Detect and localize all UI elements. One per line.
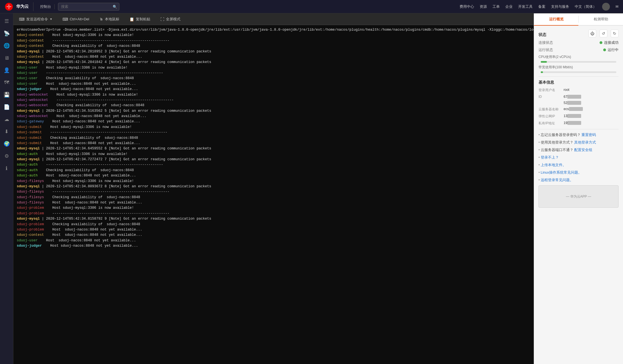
sidebar-cloud-icon[interactable]: ☁ [1, 114, 12, 125]
id-key: ID [539, 95, 564, 99]
mail-icon[interactable]: ✉ [615, 4, 619, 9]
terminal-line: sduoj-user Host sduoj-nacos:8848 not yet… [17, 238, 530, 243]
terminal-message: | 2020-12-14T05:42:34.8093672 8 [Note] G… [40, 184, 211, 189]
id-blurred [567, 95, 581, 99]
cpu-label: CPU使用率(2 vCPUs) [539, 55, 571, 59]
terminal-line: sduoj-submit Checking availability of sd… [17, 135, 530, 141]
action-icons: ⏻ ↺ ↻ [588, 30, 619, 37]
terminal-line: sduoj-submit ---------------------------… [17, 130, 530, 135]
remote-login-faq-link[interactable]: 远程登录常见问题。 [541, 178, 573, 182]
local-mouse-label: 本地鼠标 [105, 17, 119, 22]
sidebar-map-icon[interactable]: 🗺 [1, 77, 12, 88]
cloud-name-row: 云服务器名称 ecs [539, 107, 619, 112]
terminal-content[interactable]: erHostnameOverIp=true -Dnacos.member.lis… [13, 25, 534, 364]
nav-support[interactable]: 支持与服务 [551, 4, 569, 9]
other-login-link[interactable]: 其他登录方式 [574, 140, 596, 144]
sidebar-down-icon[interactable]: ⬇ [1, 126, 12, 137]
sidebar-menu-icon[interactable]: ☰ [1, 16, 12, 27]
running-value: 运行中 [603, 47, 619, 52]
sidebar-network-icon[interactable]: 🌐 [1, 40, 12, 51]
private-ip-blurred [567, 121, 581, 125]
terminal-message: Host sduoj-mysql:3306 is now available! [38, 65, 128, 71]
brand-logo[interactable]: 华为云 [4, 2, 33, 11]
terminal-message: ----------------------------------------… [38, 162, 163, 168]
terminal-line: sduoj-websocket Host sduoj-nacos:8848 no… [17, 114, 530, 119]
terminal-message: ----------------------------------------… [42, 130, 167, 135]
terminal-prefix: sduoj-submit [17, 125, 42, 130]
dropdown-arrow-icon: ▼ [50, 18, 52, 21]
reset-password-link[interactable]: 重置密码 [581, 133, 596, 137]
nav-icp[interactable]: 备案 [538, 4, 545, 9]
terminal-message: ----------------------------------------… [44, 38, 170, 43]
user-avatar[interactable] [602, 3, 610, 11]
nav-ticket[interactable]: 工单 [492, 4, 500, 9]
terminal-line: sduoj-submit Host sduoj-nacos:8848 not y… [17, 141, 530, 146]
sidebar-users-icon[interactable]: 👤 [1, 65, 12, 76]
terminal-prefix: sduoj-mysql [17, 108, 40, 114]
terminal-message: Host sduoj-mysql:3306 is now available! [42, 125, 132, 130]
sidebar-globe-icon[interactable]: 🌍 [1, 138, 12, 149]
status-section-title: 状态 [539, 32, 546, 37]
help-links: 忘记云服务器登录密码？ 重置密码 使用其他登录方式？ 其他登录方式 云服务器端口… [539, 133, 619, 183]
nav-resource[interactable]: 资源 [480, 4, 487, 9]
terminal-prefix: sduoj-auth [17, 162, 38, 168]
sidebar-settings-icon[interactable]: ⚙ [1, 151, 12, 162]
terminal-message: Host sduoj-nacos:8848 not yet available.… [42, 243, 138, 249]
terminal-line: sduoj-problem Checking availability of s… [17, 222, 530, 227]
local-mouse-btn[interactable]: 🖱 本地鼠标 [97, 16, 122, 23]
mouse-icon: 🖱 [99, 17, 103, 21]
upload-file-link[interactable]: 上传本地文件。 [541, 163, 566, 167]
terminal-message: Host sduoj-nacos:8848 not yet available.… [38, 81, 136, 87]
nav-lang[interactable]: 中文（简体） [575, 4, 597, 9]
refresh-icon[interactable]: ↺ [600, 30, 607, 37]
nav-fee[interactable]: 费用中心 [460, 4, 474, 9]
terminal-prefix: sduoj-gateway [17, 119, 44, 124]
reload-icon[interactable]: ↻ [611, 30, 619, 37]
bandwidth-bar [541, 71, 543, 73]
terminal-line: sduoj-mysql | 2020-12-14T05:42:34.727247… [17, 157, 530, 162]
terminal-prefix: sduoj-contest [17, 38, 44, 43]
terminal-prefix: sduoj-problem [17, 211, 44, 216]
huawei-icon [4, 2, 13, 11]
sidebar-server-icon[interactable]: 🖥 [1, 52, 12, 64]
terminal-prefix: sduoj-user [17, 65, 38, 71]
terminal-message: Checking availability of sduoj-nacos:884… [44, 222, 140, 227]
terminal-prefix: sduoj-contest [17, 54, 44, 60]
send-command-btn[interactable]: ⌨ 发送远程命令 ▼ [17, 16, 55, 23]
sidebar-storage-icon[interactable]: 💾 [1, 89, 12, 100]
elastic-ip-val: 13 [564, 114, 581, 119]
sidebar-doc-icon[interactable]: 📄 [1, 101, 12, 113]
tab-detect[interactable]: 检测帮助 [579, 13, 623, 26]
terminal-prefix: sduoj-judger [17, 243, 42, 249]
ctrl-alt-del-btn[interactable]: ⌨ Ctrl+Alt+Del [60, 16, 91, 23]
id-row: ID 67 [539, 95, 619, 99]
nav-devtools[interactable]: 开发工具 [518, 4, 533, 9]
tab-overview[interactable]: 运行概览 [534, 13, 578, 26]
terminal-line: sduoj-filesys --------------------------… [17, 189, 530, 195]
terminal-message: | 2020-12-14T05:42:34.5163562 5 [Note] G… [40, 108, 211, 114]
copy-paste-btn[interactable]: 📋 复制粘贴 [127, 16, 153, 23]
terminal-prefix: sduoj-websocket [17, 92, 48, 98]
search-input[interactable] [58, 3, 119, 11]
terminal-prefix: sduoj-filesys [17, 195, 44, 200]
help-item-6: 远程登录常见问题。 [539, 178, 619, 183]
id-extra-blurred [567, 101, 581, 105]
terminal-prefix: sduoj-contest [17, 33, 44, 38]
running-label: 运行状态 [539, 47, 553, 52]
send-command-icon: ⌨ [19, 17, 25, 21]
security-group-link[interactable]: 配置安全组 [574, 148, 592, 152]
qr-code-label: — 华为云APP — [566, 194, 591, 199]
linux-faq-link[interactable]: Linux操作系统常见问题。 [541, 171, 582, 174]
sidebar-monitor-icon[interactable]: 📡 [1, 28, 12, 39]
power-icon[interactable]: ⏻ [588, 30, 596, 37]
terminal-message: Checking availability of sduoj-nacos:884… [44, 195, 140, 200]
terminal-message: ----------------------------------------… [44, 189, 170, 195]
sidebar-info-icon[interactable]: ℹ [1, 163, 12, 174]
terminal-prefix: sduoj-auth [17, 173, 38, 178]
fullscreen-label: 全屏模式 [166, 17, 180, 22]
nav-enterprise[interactable]: 企业 [505, 4, 513, 9]
login-fail-link[interactable]: 登录不上？ [541, 156, 559, 159]
terminal-line: sduoj-problem Host sduoj-mysql:3306 is n… [17, 205, 530, 211]
fullscreen-btn[interactable]: ⛶ 全屏模式 [158, 16, 183, 23]
console-link[interactable]: 控制台 [37, 4, 55, 9]
